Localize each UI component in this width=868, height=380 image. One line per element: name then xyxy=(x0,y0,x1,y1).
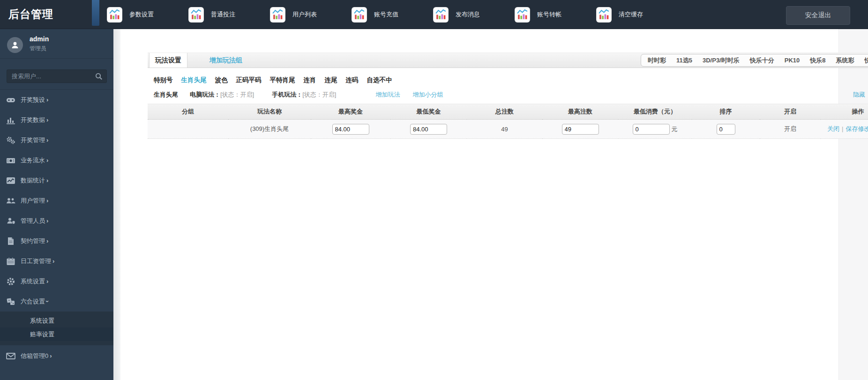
gear-icon xyxy=(6,277,15,286)
nav-item-publish-message[interactable]: 发布消息 xyxy=(433,7,480,23)
logout-button[interactable]: 安全退出 xyxy=(786,6,850,25)
nav-item-transfer[interactable]: 账号转帐 xyxy=(515,7,561,23)
chevron-down-icon: › xyxy=(44,300,51,302)
gears-icon xyxy=(6,136,15,144)
mail-icon xyxy=(6,352,15,360)
play-tab-wave-color[interactable]: 波色 xyxy=(215,76,228,84)
play-tab-zixuanbuzhong[interactable]: 自选不中 xyxy=(367,76,392,84)
sidebar-item-contract-manage[interactable]: 契约管理› xyxy=(0,231,113,251)
submenu-item-odds-settings[interactable]: 赔率设置 xyxy=(0,327,113,341)
user-role: 管理员 xyxy=(30,45,46,53)
table-header-row: 分组 玩法名称 最高奖金 最低奖金 总注数 最高注数 最低消费（元） 排序 开启… xyxy=(148,104,868,120)
money-icon xyxy=(6,156,15,165)
nav-item-clear-cache[interactable]: 清空缓存 xyxy=(596,7,643,23)
app-title: 后台管理 xyxy=(8,7,53,22)
play-settings-module: 玩法设置 增加玩法组 时时彩 11选5 3D/P3/时时乐 快乐十分 PK10 … xyxy=(148,53,868,139)
chart-icon xyxy=(433,7,449,23)
content-left-gutter xyxy=(113,29,120,380)
sidebar: admin 管理员 开奖预设› 开奖数据› 开奖管理› 业务流水› 数据统计› xyxy=(0,29,113,380)
play-tab-lianwei[interactable]: 连尾 xyxy=(325,76,337,84)
lottery-tab-system[interactable]: 系统彩 xyxy=(836,54,854,66)
sidebar-item-mailbox[interactable]: 信箱管理0› xyxy=(0,345,113,366)
lottery-tab-3d[interactable]: 3D/P3/时时乐 xyxy=(703,54,740,66)
add-play-link[interactable]: 增加玩法 xyxy=(375,91,400,99)
cell-actions: 关闭|保存修改|修改 xyxy=(821,120,868,139)
lottery-tab-pk10[interactable]: PK10 xyxy=(785,54,800,66)
tab-play-settings[interactable]: 玩法设置 xyxy=(149,53,187,68)
chevron-right-icon: › xyxy=(50,352,52,359)
save-action-link[interactable]: 保存修改 xyxy=(846,125,868,132)
sidebar-item-draw-preset[interactable]: 开奖预设› xyxy=(0,90,113,110)
nav-item-normal-bet[interactable]: 普通投注 xyxy=(188,7,235,23)
col-header-actions: 操作 xyxy=(821,104,868,120)
module-tabbar: 玩法设置 增加玩法组 时时彩 11选5 3D/P3/时时乐 快乐十分 PK10 … xyxy=(148,53,868,68)
nav-item-label: 参数设置 xyxy=(129,10,154,19)
chevron-right-icon: › xyxy=(46,278,48,285)
col-header-max-prize: 最高奖金 xyxy=(311,104,390,120)
hide-link[interactable]: 隐藏 xyxy=(853,91,865,99)
chart-line-icon xyxy=(6,176,15,185)
user-avatar-icon xyxy=(7,37,23,53)
max-prize-input[interactable] xyxy=(332,124,369,135)
search-input[interactable] xyxy=(7,70,106,83)
close-action-link[interactable]: 关闭 xyxy=(827,125,839,132)
nav-item-user-list[interactable]: 用户列表 xyxy=(270,7,317,23)
sort-input[interactable] xyxy=(717,124,735,135)
sidebar-item-admins[interactable]: 管理人员› xyxy=(0,211,113,231)
min-prize-input[interactable] xyxy=(410,124,447,135)
add-subgroup-link[interactable]: 增加小分组 xyxy=(412,91,443,99)
play-tab-lianma[interactable]: 连码 xyxy=(346,76,359,84)
username: admin xyxy=(30,35,49,43)
min-cost-input[interactable] xyxy=(633,124,670,135)
play-tab-pingtexiaowei[interactable]: 平特肖尾 xyxy=(270,76,295,84)
sidebar-item-draw-data[interactable]: 开奖数据› xyxy=(0,110,113,130)
nav-item-label: 清空缓存 xyxy=(619,10,643,19)
play-table: 分组 玩法名称 最高奖金 最低奖金 总注数 最高注数 最低消费（元） 排序 开启… xyxy=(148,104,868,139)
search-icon[interactable] xyxy=(95,73,103,82)
play-tab-lianxiao[interactable]: 连肖 xyxy=(304,76,316,84)
chart-icon xyxy=(352,7,367,23)
lottery-tab-ssc[interactable]: 时时彩 xyxy=(648,54,666,66)
sidebar-item-business-flow[interactable]: 业务流水› xyxy=(0,150,113,170)
user-search xyxy=(7,69,107,83)
add-play-group-link[interactable]: 增加玩法组 xyxy=(210,53,242,68)
file-icon xyxy=(6,237,15,245)
calendar-icon xyxy=(6,257,15,266)
col-header-max-bets: 最高注数 xyxy=(542,104,618,120)
table-row: (309)生肖头尾 49 元 开启 关闭|保存修改|修改 xyxy=(148,120,868,139)
sidebar-item-draw-manage[interactable]: 开奖管理› xyxy=(0,130,113,150)
nav-item-params[interactable]: 参数设置 xyxy=(107,7,154,23)
lottery-tab-kl8[interactable]: 快乐8 xyxy=(810,54,825,66)
col-header-min-cost: 最低消费（元） xyxy=(618,104,692,120)
play-tab-zhengma[interactable]: 正码平码 xyxy=(236,76,262,84)
chevron-right-icon: › xyxy=(46,137,48,144)
lottery-tab-klsf[interactable]: 快乐十分 xyxy=(750,54,774,66)
col-header-enabled: 开启 xyxy=(760,104,821,120)
liuhe-submenu: 系统设置 赔率设置 xyxy=(0,312,113,345)
lottery-tab-11x5[interactable]: 11选5 xyxy=(676,54,692,66)
users-icon xyxy=(6,197,15,205)
play-tab-special[interactable]: 特别号 xyxy=(154,76,173,84)
play-tab-zodiac-head-tail[interactable]: 生肖头尾 xyxy=(181,76,207,84)
chart-icon xyxy=(107,7,122,23)
max-bets-input[interactable] xyxy=(562,124,599,135)
chart-icon xyxy=(270,7,285,23)
submenu-item-system-settings[interactable]: 系统设置 xyxy=(0,314,113,327)
cell-group xyxy=(148,120,228,139)
sidebar-item-user-manage[interactable]: 用户管理› xyxy=(0,190,113,211)
sidebar-menu: 开奖预设› 开奖数据› 开奖管理› 业务流水› 数据统计› 用户管理› 管理人员… xyxy=(0,89,113,366)
chevron-right-icon: › xyxy=(46,197,48,204)
navbar-accent-strip xyxy=(92,0,99,26)
chevron-right-icon: › xyxy=(46,157,48,164)
sidebar-item-daily-wage[interactable]: 日工资管理› xyxy=(0,251,113,271)
lottery-type-tabs: 时时彩 11选5 3D/P3/时时乐 快乐十分 PK10 快乐8 系统彩 快3 xyxy=(641,54,868,67)
nav-item-label: 账号转帐 xyxy=(537,10,561,19)
top-navbar: 后台管理 参数设置 普通投注 用户列表 账号充值 发布消息 账号转帐 清空缓 xyxy=(0,0,868,29)
yuan-unit-label: 元 xyxy=(672,126,678,133)
lottery-tab-k3[interactable]: 快3 xyxy=(865,54,868,66)
sidebar-item-system-settings[interactable]: 系统设置› xyxy=(0,271,113,291)
current-group-label: 生肖头尾 xyxy=(154,91,178,99)
nav-item-recharge[interactable]: 账号充值 xyxy=(352,7,398,23)
sidebar-item-data-stats[interactable]: 数据统计› xyxy=(0,170,113,190)
sidebar-item-liuhe-settings[interactable]: 六合设置› xyxy=(0,291,113,312)
